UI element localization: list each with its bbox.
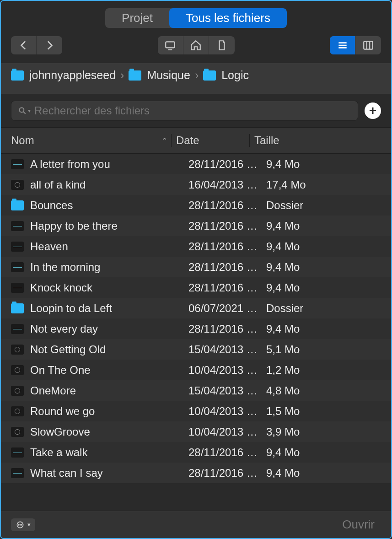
file-name: Knock knock [30,281,184,294]
table-row[interactable]: Heaven28/11/2016 …9,4 Mo [1,236,391,257]
table-row[interactable]: In the morning28/11/2016 …9,4 Mo [1,257,391,277]
breadcrumb-item[interactable]: johnnyappleseed [29,69,116,82]
audio-icon [11,242,24,252]
file-date: 28/11/2016 … [184,199,262,212]
file-name: all of a kind [30,178,184,191]
audio-icon [11,468,24,478]
tab-all-files[interactable]: Tous les fichiers [169,8,287,28]
table-row[interactable]: Bounces28/11/2016 …Dossier [1,195,391,216]
back-button[interactable] [11,36,37,54]
view-mode-buttons [330,36,381,54]
file-date: 28/11/2016 … [184,158,262,171]
file-name: Loopin to da Left [30,302,184,315]
table-row[interactable]: Happy to be there28/11/2016 …9,4 Mo [1,216,391,236]
actions-menu-button[interactable]: ▾ [11,518,35,531]
computer-button[interactable] [158,36,183,54]
table-row[interactable]: OneMore15/04/2013 …4,8 Mo [1,380,391,401]
svg-point-6 [21,524,22,525]
file-name: On The One [30,364,184,377]
file-date: 15/04/2013 … [184,343,262,356]
file-date: 10/04/2013 … [184,405,262,418]
file-date: 06/07/2021 … [184,302,262,315]
table-row[interactable]: On The One10/04/2013 …1,2 Mo [1,360,391,380]
table-row[interactable]: Loopin to da Left06/07/2021 …Dossier [1,298,391,318]
project-icon [11,365,24,375]
project-folder-button[interactable] [209,36,235,54]
top-tabbar: Projet Tous les fichiers [1,1,391,36]
table-row[interactable]: Knock knock28/11/2016 …9,4 Mo [1,277,391,298]
table-row[interactable]: Not Getting Old15/04/2013 …5,1 Mo [1,339,391,360]
file-date: 28/11/2016 … [184,446,262,459]
audio-icon [11,221,24,231]
file-date: 28/11/2016 … [184,240,262,253]
table-row[interactable]: Round we go10/04/2013 …1,5 Mo [1,401,391,421]
sort-ascending-icon: ⌃ [161,136,167,145]
search-box[interactable]: ▾ [11,101,358,121]
file-date: 16/04/2013 … [184,178,262,191]
breadcrumb-separator: › [195,69,199,82]
search-icon: ▾ [18,106,31,115]
breadcrumb-item[interactable]: Musique [147,69,190,82]
audio-icon [11,262,24,272]
file-name: A letter from you [30,158,184,171]
column-size-header[interactable]: Taille [250,134,381,147]
file-name: SlowGroove [30,426,184,438]
folder-icon [11,70,24,81]
file-size: 9,4 Mo [262,323,381,335]
search-input[interactable] [34,104,351,117]
nav-buttons [11,36,62,54]
table-row[interactable]: Not every day28/11/2016 …9,4 Mo [1,318,391,339]
project-icon [11,427,24,437]
file-name: Happy to be there [30,220,184,232]
svg-point-2 [19,108,24,112]
forward-button[interactable] [37,36,62,54]
file-size: 9,4 Mo [262,158,381,171]
audio-icon [11,324,24,334]
file-name: Not every day [30,323,184,335]
file-date: 28/11/2016 … [184,220,262,232]
file-name: Take a walk [30,446,184,459]
file-size: 5,1 Mo [262,343,381,356]
audio-icon [11,283,24,293]
home-button[interactable] [183,36,209,54]
column-date-header[interactable]: Date [172,134,249,147]
breadcrumb: johnnyappleseed › Musique › Logic [1,63,391,94]
column-view-button[interactable] [355,36,381,54]
file-name: OneMore [30,384,184,397]
music-folder-icon [129,70,141,81]
view-segmented-control: Projet Tous les fichiers [105,8,287,28]
toolbar [1,36,391,63]
file-date: 28/11/2016 … [184,323,262,335]
table-row[interactable]: SlowGroove10/04/2013 …3,9 Mo [1,421,391,442]
column-name-header[interactable]: Nom ⌃ [11,134,171,147]
svg-rect-0 [166,42,175,48]
table-row[interactable]: Take a walk28/11/2016 …9,4 Mo [1,442,391,463]
file-date: 15/04/2013 … [184,384,262,397]
file-size: 9,4 Mo [262,220,381,232]
folder-icon [11,303,24,313]
search-row: ▾ + [1,94,391,127]
breadcrumb-item[interactable]: Logic [221,69,249,82]
column-name-label: Nom [11,134,34,147]
file-list: A letter from you28/11/2016 …9,4 Moall o… [1,154,391,483]
file-size: 9,4 Mo [262,261,381,274]
list-view-button[interactable] [330,36,355,54]
audio-icon [11,447,24,458]
tab-project[interactable]: Projet [105,8,169,28]
table-row[interactable]: What can I say28/11/2016 …9,4 Mo [1,463,391,483]
footer-bar: ▾ Ouvrir [1,511,391,538]
file-name: Round we go [30,405,184,418]
file-size: 9,4 Mo [262,281,381,294]
add-button[interactable]: + [365,102,381,119]
file-size: Dossier [262,302,381,315]
file-name: In the morning [30,261,184,274]
table-row[interactable]: A letter from you28/11/2016 …9,4 Mo [1,154,391,174]
file-name: What can I say [30,467,184,480]
file-date: 10/04/2013 … [184,426,262,438]
table-row[interactable]: all of a kind16/04/2013 …17,4 Mo [1,174,391,195]
open-button[interactable]: Ouvrir [336,515,381,534]
file-size: 3,9 Mo [262,426,381,438]
folder-icon [11,200,24,210]
breadcrumb-separator: › [120,69,124,82]
audio-icon [11,159,24,169]
